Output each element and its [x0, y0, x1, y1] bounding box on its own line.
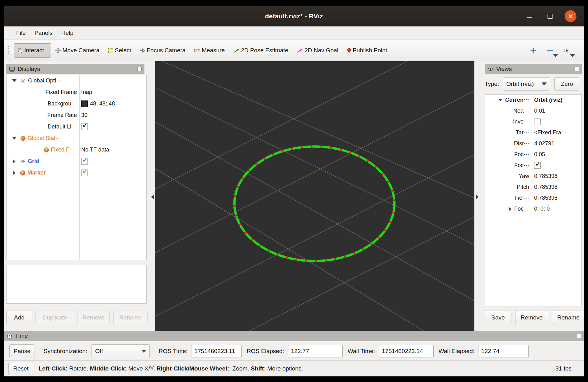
row-label: Pitch [517, 184, 529, 190]
menu-panels[interactable]: Panels [31, 28, 56, 38]
tree-row-default-light[interactable]: Default Li··· ✓ [7, 121, 146, 133]
wall-elapsed-field[interactable] [478, 345, 529, 357]
remove-tool-button[interactable] [542, 43, 558, 58]
remove-button[interactable]: Remove [77, 310, 110, 325]
save-view-button[interactable]: Save [485, 310, 511, 325]
row-value[interactable]: 0.05 [534, 151, 545, 158]
views-panel-header[interactable]: Views [485, 64, 582, 74]
panel-float-box[interactable] [137, 67, 142, 71]
reset-button[interactable]: Reset [8, 362, 33, 375]
tree-row-fixed-frame[interactable]: Fixed Frame map [7, 86, 146, 98]
map-pin-icon [347, 48, 351, 53]
tool-2d-pose-estimate[interactable]: 2D Pose Estimate [232, 43, 296, 58]
view-row-pitch[interactable]: Pitch 0.785398 [485, 182, 581, 193]
row-value[interactable]: 30 [81, 112, 87, 119]
right-splitter[interactable] [474, 61, 482, 331]
expand-arrow-icon[interactable] [12, 137, 16, 140]
row-value[interactable]: <Fixed Fra··· [534, 129, 567, 136]
view-row-distance[interactable]: Dist··· 4.02791 [485, 138, 581, 149]
collapse-left-icon[interactable] [151, 194, 154, 199]
tree-row-global-status[interactable]: ! Global Stat··· [7, 133, 146, 144]
tool-label-interact: Interact [24, 47, 44, 54]
row-value[interactable]: 0.785398 [534, 184, 557, 190]
ros-time-field[interactable] [191, 345, 242, 357]
add-button[interactable]: Add [6, 310, 32, 325]
views-tree: Curren··· Orbit (rviz) Nea··· 0.01 Inve·… [485, 94, 582, 306]
tree-row-frame-rate[interactable]: Frame Rate 30 [7, 109, 146, 121]
tool-focus-camera[interactable]: Focus Camera [139, 43, 193, 58]
view-row-target-frame[interactable]: Tar··· <Fixed Fra··· [485, 127, 581, 138]
remove-view-button[interactable]: Remove [515, 310, 548, 325]
tool-2d-nav-goal[interactable]: 2D Nav Goal [296, 43, 346, 58]
grid-icon [20, 159, 26, 164]
panel-float-box[interactable] [577, 334, 581, 338]
maximize-button[interactable] [544, 10, 556, 22]
ros-elapsed-field[interactable] [288, 345, 343, 357]
minimize-button[interactable] [524, 10, 535, 22]
collapse-arrow-icon[interactable] [13, 171, 16, 175]
view-row-focal-point[interactable]: Foc··· 0; 0; 0 [485, 203, 581, 214]
view-type-dropdown[interactable]: Orbit (rviz) [503, 77, 550, 91]
tool-select[interactable]: Select [107, 43, 139, 58]
view-row-current[interactable]: Curren··· Orbit (rviz) [485, 95, 581, 105]
toolbar: Interact Move Camera Select Focus Camera… [4, 40, 584, 61]
menu-help[interactable]: Help [58, 28, 77, 38]
tree-row-marker[interactable]: ! Marker ✓ [7, 167, 146, 179]
rename-button[interactable]: Rename [113, 310, 148, 325]
duplicate-button[interactable]: Duplicate [35, 310, 74, 325]
checkbox-unchecked[interactable] [534, 119, 541, 125]
3d-viewport[interactable] [155, 61, 474, 331]
checkbox-checked[interactable]: ✓ [81, 158, 88, 165]
collapse-arrow-icon[interactable] [509, 207, 511, 211]
pause-button[interactable]: Pause [9, 344, 35, 358]
minus-icon [548, 48, 553, 53]
sync-dropdown[interactable]: Off [92, 344, 150, 358]
checkbox-checked[interactable]: ✓ [534, 162, 541, 169]
panel-float-box[interactable] [575, 67, 579, 71]
titlebar[interactable]: default.rviz* - RViz [4, 6, 584, 26]
expand-arrow-icon[interactable] [498, 99, 502, 101]
collapse-arrow-icon[interactable] [13, 159, 16, 164]
row-value[interactable]: map [81, 89, 92, 96]
view-row-invert-z[interactable]: Inve··· [485, 116, 581, 127]
collapse-right-icon[interactable] [476, 194, 479, 199]
row-value[interactable]: 4.02791 [534, 140, 554, 147]
color-swatch[interactable] [81, 100, 88, 107]
row-label: Inve··· [513, 119, 529, 125]
tool-interact[interactable]: Interact [14, 43, 51, 58]
view-row-yaw[interactable]: Yaw 0.785398 [485, 171, 581, 182]
add-tool-button[interactable] [525, 43, 542, 58]
tool-measure[interactable]: Measure [193, 43, 232, 58]
rename-view-button[interactable]: Rename [552, 310, 584, 325]
tool-publish-point[interactable]: Publish Point [346, 43, 395, 58]
wall-time-field[interactable] [379, 345, 434, 357]
view-row-field-of-view[interactable]: Fiel··· 0.785398 [485, 193, 581, 203]
row-value[interactable]: 0.01 [534, 108, 545, 114]
tree-row-grid[interactable]: Grid ✓ [7, 156, 146, 167]
row-value[interactable]: 0; 0; 0 [534, 206, 550, 212]
view-row-focal-shape-size[interactable]: Foc··· 0.05 [485, 149, 581, 160]
menu-file[interactable]: File [13, 28, 29, 38]
expand-arrow-icon[interactable] [12, 79, 16, 82]
view-row-focal-shape-fixed[interactable]: Foc··· ✓ [485, 160, 581, 171]
time-panel-header[interactable]: Time [4, 331, 584, 341]
tree-row-background-color[interactable]: Backgrou··· 48; 48; 48 [7, 98, 146, 109]
tree-row-fixed-frame-status[interactable]: ! Fixed Fr··· No TF data [7, 144, 146, 156]
left-splitter[interactable] [147, 61, 155, 331]
toolbar-drag-handle[interactable] [8, 45, 9, 56]
row-value[interactable]: 0.785398 [534, 173, 557, 179]
checkbox-checked[interactable]: ✓ [81, 123, 88, 130]
zero-button[interactable]: Zero [554, 77, 579, 91]
tool-move-camera[interactable]: Move Camera [54, 43, 107, 58]
tool-label-move-camera: Move Camera [62, 47, 99, 54]
eye-icon [563, 49, 570, 53]
row-value[interactable]: 0.785398 [534, 195, 557, 201]
select-box-icon [108, 48, 113, 53]
tool-visibility-button[interactable] [558, 43, 575, 58]
displays-panel-header[interactable]: Displays [6, 64, 144, 74]
close-button[interactable] [565, 10, 576, 22]
tree-row-global-options[interactable]: Global Opti··· [7, 75, 146, 86]
row-value[interactable]: 48; 48; 48 [90, 100, 115, 107]
view-row-near-clip[interactable]: Nea··· 0.01 [485, 105, 581, 116]
checkbox-checked[interactable]: ✓ [81, 170, 88, 176]
